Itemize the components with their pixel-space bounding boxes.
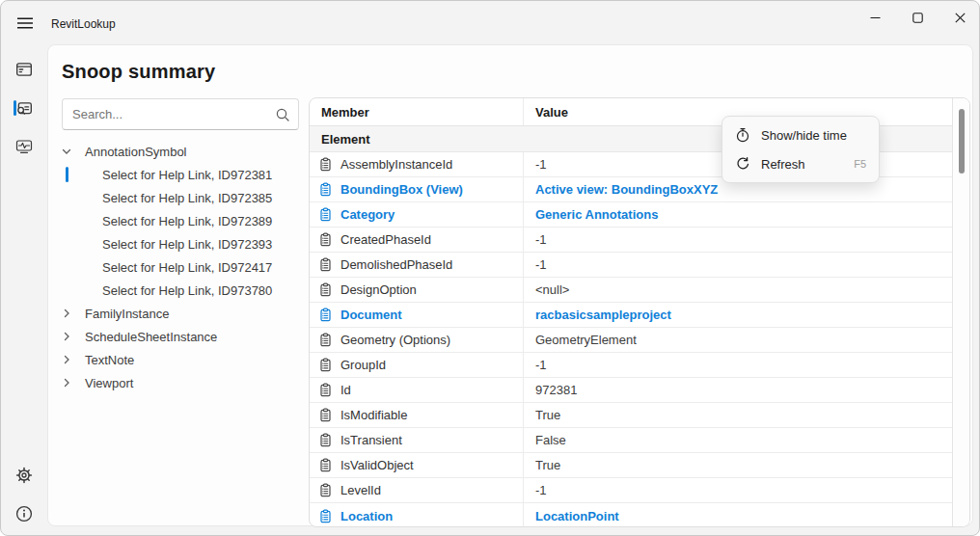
member-name: GroupId — [340, 358, 386, 372]
clipboard-icon[interactable] — [318, 509, 333, 523]
table-row[interactable]: GroupId -1 — [310, 353, 952, 378]
clipboard-icon[interactable] — [318, 408, 333, 422]
selection-indicator — [66, 167, 68, 182]
clipboard-icon[interactable] — [318, 182, 333, 197]
sidebar-item-about[interactable] — [5, 496, 43, 531]
member-name: CreatedPhaseId — [340, 232, 431, 247]
chevron-icon[interactable] — [61, 377, 72, 389]
table-row[interactable]: Geometry (Options) GeometryElement — [310, 328, 952, 353]
clipboard-icon[interactable] — [318, 483, 333, 497]
menu-item-show-hide-time[interactable]: Show/hide time — [726, 121, 875, 149]
member-value: LocationPoint — [524, 503, 952, 527]
member-cell: GroupId — [310, 353, 524, 377]
minimize-icon — [870, 13, 881, 23]
member-cell: IsTransient — [310, 428, 524, 452]
member-cell: Location — [310, 503, 524, 527]
clipboard-icon[interactable] — [318, 157, 333, 172]
table-row[interactable]: IsModifiable True — [310, 403, 952, 428]
minimize-button[interactable] — [854, 2, 896, 33]
scrollbar-thumb[interactable] — [959, 109, 965, 174]
clipboard-icon[interactable] — [318, 282, 333, 297]
column-header-member[interactable]: Member — [310, 98, 524, 125]
tree-item-label: Select for Help Link, ID972381 — [102, 168, 272, 182]
hamburger-icon — [17, 17, 33, 29]
search-box — [62, 98, 299, 130]
chevron-icon[interactable] — [61, 354, 72, 365]
table-row[interactable]: Location LocationPoint — [310, 503, 952, 527]
clipboard-icon[interactable] — [318, 383, 333, 397]
gear-icon — [15, 467, 33, 484]
member-name: Location — [340, 509, 393, 523]
table-row[interactable]: Id 972381 — [310, 378, 952, 403]
member-name: Geometry (Options) — [340, 333, 450, 347]
tree-item[interactable]: Viewport — [48, 371, 307, 394]
clipboard-icon[interactable] — [318, 308, 333, 322]
tree-item[interactable]: Select for Help Link, ID972381 — [48, 163, 307, 186]
tree-item[interactable]: ScheduleSheetInstance — [48, 325, 307, 348]
maximize-button[interactable] — [896, 2, 939, 33]
tree-item[interactable]: Select for Help Link, ID973780 — [48, 279, 307, 302]
tree-item-label: Select for Help Link, ID972393 — [102, 237, 272, 252]
tree-item[interactable]: TextNote — [48, 348, 307, 371]
hamburger-menu-button[interactable] — [11, 12, 40, 35]
table-row[interactable]: IsValidObject True — [310, 453, 952, 478]
table-row[interactable]: Category Generic Annotations — [310, 202, 952, 228]
member-name: Id — [340, 383, 351, 397]
clipboard-icon[interactable] — [318, 333, 333, 347]
tree-item[interactable]: Select for Help Link, ID972417 — [48, 255, 307, 279]
tree-item[interactable]: Select for Help Link, ID972385 — [48, 186, 307, 209]
table-row[interactable]: IsTransient False — [310, 428, 952, 453]
clipboard-icon[interactable] — [318, 358, 333, 372]
monitor-pulse-icon — [15, 138, 33, 155]
tree-item[interactable]: AnnotationSymbol — [48, 140, 307, 163]
chevron-icon[interactable] — [61, 308, 72, 319]
clipboard-icon[interactable] — [318, 232, 333, 247]
tree-item-label: Select for Help Link, ID972389 — [102, 214, 272, 228]
clipboard-icon[interactable] — [318, 207, 333, 222]
chevron-icon[interactable] — [61, 146, 72, 157]
table-row[interactable]: CreatedPhaseId -1 — [310, 228, 952, 253]
member-cell: AssemblyInstanceId — [310, 152, 524, 176]
close-button[interactable] — [939, 2, 980, 33]
maximize-icon — [912, 13, 923, 23]
tree-item-label: Select for Help Link, ID972385 — [102, 191, 272, 205]
tree-item[interactable]: FamilyInstance — [48, 302, 307, 325]
member-cell: BoundingBox (View) — [310, 177, 524, 201]
scrollbar-track[interactable] — [952, 98, 969, 526]
table-row[interactable]: DesignOption <null> — [310, 278, 952, 303]
sidebar-item-event-monitor[interactable] — [5, 129, 43, 164]
table-row[interactable]: DemolishedPhaseId -1 — [310, 253, 952, 278]
tree-item[interactable]: Select for Help Link, ID972389 — [48, 209, 307, 232]
member-name: BoundingBox (View) — [340, 182, 463, 197]
member-name: LevelId — [340, 483, 381, 497]
table-row[interactable]: Document racbasicsampleproject — [310, 303, 952, 328]
member-name: AssemblyInstanceId — [340, 157, 452, 172]
table-body: AssemblyInstanceId -1 BoundingBox (View)… — [310, 152, 952, 527]
member-value: -1 — [524, 228, 952, 252]
member-value: False — [524, 428, 952, 452]
clipboard-icon[interactable] — [318, 458, 333, 472]
clipboard-icon[interactable] — [318, 257, 333, 272]
tree-item-label: FamilyInstance — [85, 307, 169, 321]
close-icon — [955, 13, 966, 23]
menu-item-label: Show/hide time — [761, 128, 847, 143]
member-value: GeometryElement — [524, 328, 952, 352]
search-input[interactable] — [62, 98, 299, 130]
tree-item[interactable]: Select for Help Link, ID972393 — [48, 232, 307, 255]
info-icon — [15, 505, 33, 523]
member-cell: LevelId — [310, 478, 524, 502]
menu-item-refresh[interactable]: Refresh F5 — [726, 149, 875, 178]
sidebar-item-settings[interactable] — [5, 458, 43, 493]
member-cell: IsValidObject — [310, 453, 524, 477]
member-value: racbasicsampleproject — [524, 303, 952, 327]
member-cell: IsModifiable — [310, 403, 524, 427]
tree-item-label: Select for Help Link, ID973780 — [102, 283, 272, 298]
clipboard-icon[interactable] — [318, 433, 333, 447]
member-value: <null> — [524, 278, 952, 302]
chevron-icon[interactable] — [61, 331, 72, 342]
table-row[interactable]: LevelId -1 — [310, 478, 952, 503]
member-value: Generic Annotations — [524, 202, 952, 227]
sidebar-item-snoop-summary[interactable] — [5, 91, 43, 125]
tree: AnnotationSymbol Select for Help Link, I… — [48, 140, 307, 394]
sidebar-item-dashboard[interactable] — [5, 52, 43, 87]
